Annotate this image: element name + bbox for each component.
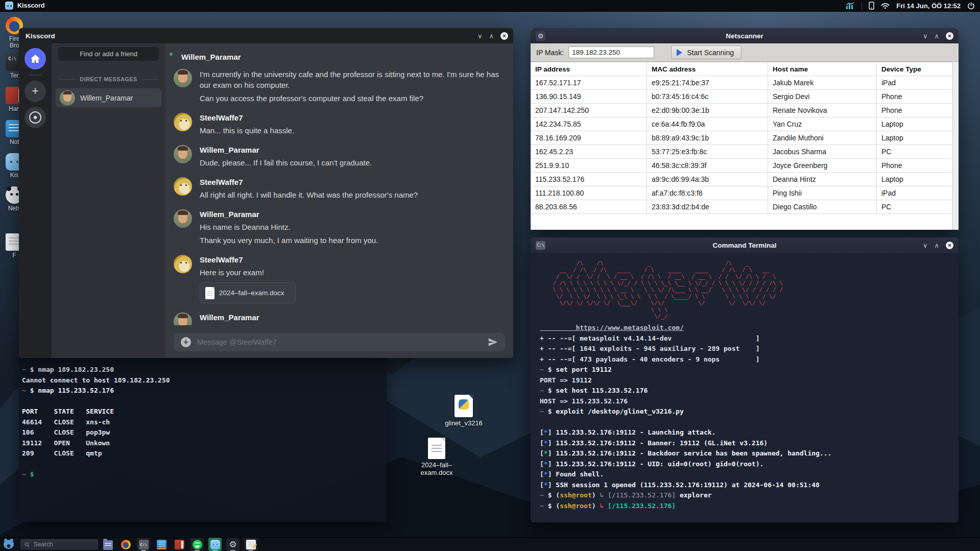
terminal-line: [*] SSH session 1 opened (115.233.52.176…: [540, 480, 959, 491]
start-menu-icon[interactable]: [3, 539, 15, 550]
terminal-titlebar[interactable]: C:\ Command Terminal: [531, 237, 959, 253]
close-button[interactable]: [946, 242, 953, 249]
netscanner-window: Netscanner IP Mask: Start Scanning IP ad…: [531, 28, 959, 230]
table-row[interactable]: 162.45.2.2353:77:25:e3:fb:8cJacobus Shar…: [531, 145, 952, 159]
avatar-willem[interactable]: [174, 145, 192, 163]
online-status-dot: [168, 51, 174, 57]
close-button[interactable]: [946, 32, 953, 40]
table-row[interactable]: 251.9.9.1046:58:3c:c8:39:3fJoyce Greenbe…: [531, 159, 952, 173]
ip-mask-input[interactable]: [568, 46, 654, 58]
table-row[interactable]: 207.147.142.250e2:d0:9b:00:3e:1bRenate N…: [531, 104, 952, 117]
terminal-line: + -- --=[ 1641 exploits - 945 auxiliary …: [540, 344, 959, 354]
command-terminal-window: C:\ Command Terminal /\ /\ _ /\ _ __ / /…: [531, 237, 959, 522]
dm-list-item[interactable]: Willem_Paramar: [56, 88, 161, 107]
minimize-button[interactable]: [477, 33, 483, 39]
add-attachment-icon[interactable]: [181, 337, 191, 347]
chat-messages[interactable]: Willem_Paramar I'm currently in the univ…: [165, 43, 513, 325]
table-row[interactable]: 78.16.169.209b8:89:a9:43:9c:1bZandile Mu…: [531, 131, 952, 145]
terminal-line: PORT STATE SERVICE: [22, 406, 387, 417]
notes-icon: [157, 540, 166, 549]
file-attachment[interactable]: 2024–fall–exam.docx: [200, 282, 296, 303]
terminal-line: [*] Found shell.: [540, 469, 959, 480]
close-button[interactable]: [500, 32, 508, 40]
terminal-line: [22, 396, 387, 407]
taskbar-item-settings[interactable]: [226, 538, 240, 551]
maximize-button[interactable]: [934, 33, 939, 39]
message-input[interactable]: Message @SteelWaffe7: [197, 338, 482, 346]
table-scrollbar[interactable]: [952, 62, 959, 230]
taskbar-item-kisscord[interactable]: [208, 538, 222, 551]
avatar-willem[interactable]: [174, 209, 192, 228]
start-scanning-button[interactable]: Start Scanning: [671, 45, 742, 59]
explore-button[interactable]: [25, 107, 46, 128]
desktop-file-2024-fall-exam[interactable]: 2024–fall–exam.docx: [409, 438, 465, 476]
message-composer[interactable]: Message @SteelWaffe7: [174, 333, 505, 351]
terminal-line: ~ $ exploit /desktop/glinet_v3216.py: [540, 406, 959, 417]
maximize-button[interactable]: [489, 33, 494, 39]
kisscord-window: Kisscord Find or add a friend DIRECT MES…: [19, 28, 513, 358]
avatar-doge[interactable]: [174, 177, 192, 196]
table-row[interactable]: 136.90.15.149b0:73:45:16:c4:6cSergio Dev…: [531, 90, 952, 104]
table-row[interactable]: 115.233.52.176a9:9c:d6:99:4a:3bDeanna Hi…: [531, 173, 952, 186]
message-author[interactable]: Willem_Paramar: [200, 313, 382, 322]
active-app-name: Kisscord: [17, 2, 45, 9]
avatar-willem[interactable]: [174, 69, 192, 87]
home-button[interactable]: [25, 48, 46, 69]
minimize-button[interactable]: [923, 33, 928, 39]
gear-icon: [536, 31, 545, 41]
taskbar-item-notepad[interactable]: [244, 538, 257, 551]
table-cell: 46:58:3c:c8:39:3f: [647, 159, 768, 172]
avatar-willem[interactable]: [174, 313, 192, 325]
minimize-button[interactable]: [923, 242, 928, 249]
taskbar-item-terminal[interactable]: C:\: [137, 538, 150, 551]
add-server-button[interactable]: [25, 81, 46, 102]
clock[interactable]: Fri 14 Jun, ÖÖ 12:52: [896, 2, 961, 10]
table-row[interactable]: 88.203.68.5623:83:3d:d2:b4:deDiego Casti…: [531, 200, 952, 214]
taskbar-item-notes[interactable]: [155, 538, 168, 551]
column-header[interactable]: Device Type: [877, 62, 952, 76]
taskbar: C:\: [0, 537, 980, 551]
terminal-line: ~ $ set port 19112: [540, 365, 959, 375]
message-author[interactable]: SteelWaffe7: [200, 113, 294, 123]
direct-messages-header: DIRECT MESSAGES: [59, 76, 158, 82]
play-icon: [677, 49, 682, 56]
scan-results-table: IP addressMAC addressHost nameDevice Typ…: [531, 62, 952, 230]
table-cell: Jacobus Sharma: [768, 145, 877, 158]
kisscord-titlebar[interactable]: Kisscord: [19, 28, 513, 43]
taskbar-item-files[interactable]: [101, 538, 114, 551]
message-author[interactable]: SteelWaffe7: [200, 177, 418, 187]
wifi-icon[interactable]: [881, 3, 890, 9]
message-author[interactable]: Willem_Paramar: [200, 145, 372, 155]
desktop-file-label: exam.docx: [409, 469, 465, 476]
table-row[interactable]: 111.218.100.80af:a7:dc:f8:c3:f8Ping Ishi…: [531, 186, 952, 200]
terminal-icon: C:\: [139, 540, 149, 549]
terminal-body[interactable]: /\ /\ _ /\ _ __ / /\ / /\ ____ / \ ____ …: [531, 253, 959, 522]
avatar-doge[interactable]: [174, 255, 192, 273]
maximize-button[interactable]: [934, 242, 939, 249]
activity-chart-icon[interactable]: [846, 2, 855, 9]
taskbar-search[interactable]: [20, 539, 98, 549]
message-author[interactable]: SteelWaffe7: [200, 255, 296, 265]
window-title: Netscanner: [531, 32, 959, 40]
find-friend-input[interactable]: Find or add a friend: [58, 47, 159, 61]
taskbar-item-browser[interactable]: [119, 538, 132, 551]
desktop-file-label: 2024–fall–: [409, 461, 465, 469]
send-icon[interactable]: [488, 337, 498, 347]
table-cell: Laptop: [877, 117, 952, 131]
phone-icon[interactable]: [869, 2, 874, 10]
netscanner-titlebar[interactable]: Netscanner: [531, 28, 959, 43]
taskbar-item-music[interactable]: [190, 538, 204, 551]
table-row[interactable]: 167.52.171.17e9:25:21:74:be:37Jakub Mare…: [531, 76, 952, 90]
column-header[interactable]: Host name: [768, 62, 877, 76]
power-icon[interactable]: [967, 2, 975, 10]
column-header[interactable]: MAC address: [647, 62, 768, 76]
taskbar-item-handbook[interactable]: [173, 538, 186, 551]
table-row[interactable]: 142.234.75.85ce:6a:44:fb:f9:0aYan CruzLa…: [531, 117, 952, 131]
message-author[interactable]: Willem_Paramar: [200, 209, 378, 219]
nmap-terminal-window[interactable]: ~ $ nmap 189.182.23.250Cannot connect to…: [19, 352, 387, 522]
table-cell: Zandile Muthoni: [768, 131, 877, 145]
search-input[interactable]: [33, 540, 94, 548]
column-header[interactable]: IP address: [531, 62, 647, 76]
avatar-doge[interactable]: [174, 113, 192, 131]
desktop-file-glinet_v3216[interactable]: glinet_v3216: [436, 395, 492, 427]
